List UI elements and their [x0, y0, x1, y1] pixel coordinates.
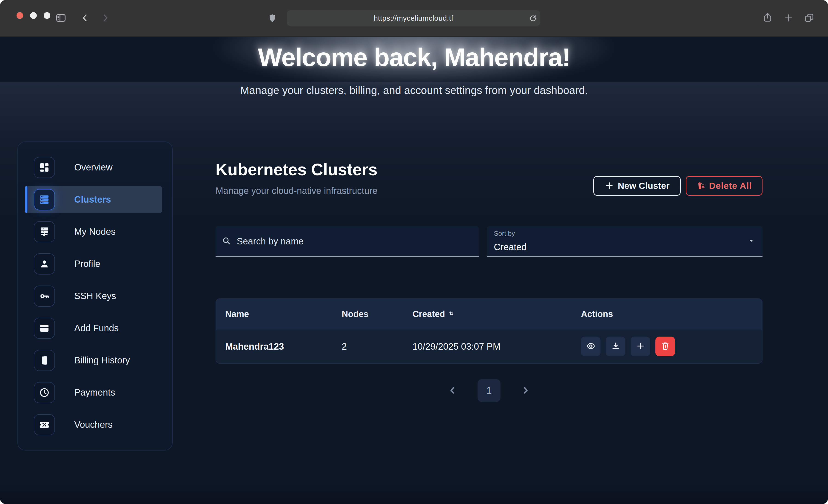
add-node-button[interactable] — [631, 337, 650, 356]
browser-window: https://myceliumcloud.tf Welcome back, M… — [0, 0, 828, 504]
search-field — [215, 226, 479, 257]
close-window-button[interactable] — [16, 12, 23, 19]
sidebar-item-label: Vouchers — [74, 419, 113, 430]
plus-icon — [605, 181, 614, 191]
column-header-created-label: Created — [413, 309, 445, 319]
cluster-name: Mahendra123 — [225, 341, 284, 351]
sidebar-nav: Overview Clusters My Nodes Profile SSH K… — [17, 141, 173, 451]
user-icon — [34, 253, 55, 275]
sidebar-item-label: My Nodes — [74, 226, 116, 237]
browser-toolbar: https://myceliumcloud.tf — [0, 0, 828, 37]
previous-page-button[interactable] — [448, 385, 457, 396]
column-header-created[interactable]: Created — [413, 309, 455, 319]
sidebar-item-billing-history[interactable]: Billing History — [25, 347, 162, 374]
sidebar-item-label: Overview — [74, 162, 113, 172]
table-row: Mahendra123 2 10/29/2025 03:07 PM — [216, 329, 762, 363]
sidebar-item-clusters[interactable]: Clusters — [25, 186, 162, 213]
hero-section: Welcome back, Mahendra! Manage your clus… — [0, 43, 828, 96]
header-actions: New Cluster Delete All — [593, 176, 762, 196]
pagination: 1 — [215, 379, 762, 402]
zoom-window-button[interactable] — [44, 12, 50, 19]
sort-arrows-icon — [448, 309, 455, 319]
sidebar-item-my-nodes[interactable]: My Nodes — [25, 218, 162, 245]
sort-dropdown[interactable]: Sort by Created — [487, 226, 762, 257]
receipt-icon — [34, 350, 55, 371]
plus-icon — [784, 13, 794, 23]
sidebar-item-label: Billing History — [74, 355, 130, 366]
chevron-left-icon — [80, 13, 90, 23]
caret-down-icon — [748, 237, 755, 245]
tabs-icon — [804, 12, 815, 23]
sidebar-item-overview[interactable]: Overview — [25, 154, 162, 181]
search-icon — [221, 236, 231, 247]
delete-all-label: Delete All — [709, 181, 752, 191]
download-icon — [611, 341, 620, 351]
clock-icon — [34, 382, 55, 403]
credit-card-icon — [34, 318, 55, 339]
chevron-right-icon — [521, 385, 530, 396]
chevron-left-icon — [448, 385, 457, 396]
sidebar-item-vouchers[interactable]: Vouchers — [25, 411, 162, 438]
new-tab-button[interactable] — [784, 13, 794, 23]
delete-all-button[interactable]: Delete All — [686, 176, 762, 196]
chevron-right-icon — [100, 13, 110, 23]
sort-label: Sort by — [494, 230, 515, 237]
column-header-nodes: Nodes — [342, 309, 368, 319]
welcome-subtitle: Manage your clusters, billing, and accou… — [0, 84, 828, 96]
clusters-table: Name Nodes Created Actions Mahendra123 2… — [215, 298, 762, 364]
row-actions — [581, 337, 675, 356]
sidebar-item-label: Payments — [74, 387, 115, 397]
tab-overview-button[interactable] — [804, 12, 815, 23]
url-text: https://myceliumcloud.tf — [374, 14, 453, 23]
new-cluster-label: New Cluster — [618, 181, 669, 191]
table-header: Name Nodes Created Actions — [216, 299, 762, 329]
cluster-created: 10/29/2025 03:07 PM — [413, 341, 500, 351]
clusters-section: Kubernetes Clusters Manage your cloud-na… — [215, 161, 762, 414]
sidebar-item-label: Add Funds — [74, 323, 119, 333]
download-kubeconfig-button[interactable] — [606, 337, 625, 356]
plus-icon — [636, 341, 645, 351]
sidebar-item-payments[interactable]: Payments — [25, 379, 162, 406]
reload-button[interactable] — [528, 14, 537, 23]
column-header-actions: Actions — [581, 309, 613, 319]
ticket-percent-icon — [34, 414, 55, 435]
server-stack-icon — [34, 189, 55, 210]
active-indicator-bar — [25, 186, 27, 213]
eye-icon — [586, 341, 595, 351]
share-icon — [762, 12, 773, 23]
sidebar-item-profile[interactable]: Profile — [25, 250, 162, 277]
sidebar-toggle-button[interactable] — [55, 12, 67, 24]
page-number-button[interactable]: 1 — [478, 379, 500, 402]
sort-value: Created — [494, 242, 527, 252]
new-cluster-button[interactable]: New Cluster — [593, 176, 681, 196]
reload-icon — [528, 14, 537, 23]
column-header-name: Name — [225, 309, 249, 319]
search-input[interactable] — [236, 236, 473, 247]
key-icon — [34, 286, 55, 307]
node-network-icon — [34, 221, 55, 242]
back-button[interactable] — [80, 13, 90, 23]
cluster-nodes: 2 — [342, 341, 347, 351]
view-cluster-button[interactable] — [581, 337, 601, 356]
minimize-window-button[interactable] — [30, 12, 37, 19]
sidebar-toggle-icon — [55, 12, 67, 24]
section-title: Kubernetes Clusters — [215, 161, 762, 178]
trash-icon — [661, 341, 670, 351]
dashboard-page: Welcome back, Mahendra! Manage your clus… — [0, 36, 828, 504]
share-button[interactable] — [762, 12, 773, 23]
window-controls — [16, 12, 50, 19]
dashboard-grid-icon — [34, 157, 55, 178]
forward-button[interactable] — [100, 13, 110, 23]
delete-cluster-button[interactable] — [655, 337, 675, 356]
address-bar[interactable]: https://myceliumcloud.tf — [287, 10, 540, 26]
privacy-shield-icon — [267, 13, 277, 23]
filter-row: Sort by Created — [215, 226, 762, 257]
sidebar-item-label: Profile — [74, 259, 100, 269]
trash-sweep-icon — [696, 181, 705, 191]
welcome-heading: Welcome back, Mahendra! — [0, 43, 828, 72]
sidebar-item-ssh-keys[interactable]: SSH Keys — [25, 283, 162, 309]
sidebar-item-label: Clusters — [74, 194, 111, 205]
next-page-button[interactable] — [521, 385, 530, 396]
sidebar-item-label: SSH Keys — [74, 291, 116, 301]
sidebar-item-add-funds[interactable]: Add Funds — [25, 315, 162, 342]
